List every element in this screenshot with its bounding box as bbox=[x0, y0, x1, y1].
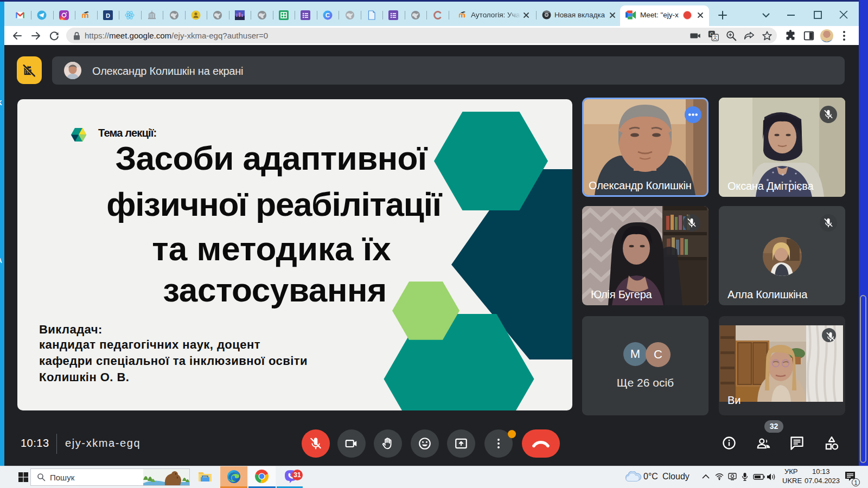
svg-text:文: 文 bbox=[713, 35, 718, 40]
svg-text:D: D bbox=[106, 12, 110, 19]
svg-text:C: C bbox=[326, 12, 330, 18]
